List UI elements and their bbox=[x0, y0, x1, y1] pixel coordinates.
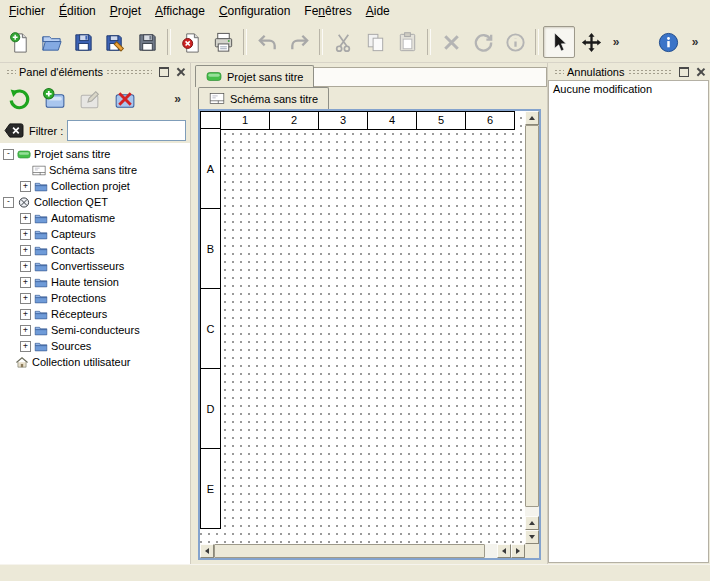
filter-label: Filtrer : bbox=[29, 125, 63, 137]
tree-item-collection-utilisateur[interactable]: Collection utilisateur bbox=[0, 354, 190, 370]
menu-affichage[interactable]: Affichage bbox=[148, 0, 212, 22]
reload-button[interactable] bbox=[5, 85, 33, 113]
expand-icon[interactable]: + bbox=[20, 181, 31, 192]
tree-item-collection-qet[interactable]: -Collection QET bbox=[0, 194, 190, 210]
filter-input[interactable] bbox=[67, 120, 186, 141]
toolbar-overflow-button[interactable]: » bbox=[686, 26, 704, 58]
project-icon bbox=[206, 70, 222, 83]
horizontal-scroll-track[interactable] bbox=[214, 544, 497, 558]
elements-panel-titlebar[interactable]: Panel d'éléments bbox=[0, 63, 190, 80]
tree-item-capteurs[interactable]: +Capteurs bbox=[0, 226, 190, 242]
undo-list[interactable]: Aucune modification bbox=[548, 80, 709, 563]
tree-item-contacts[interactable]: +Contacts bbox=[0, 242, 190, 258]
new-element-button[interactable] bbox=[40, 85, 68, 113]
move-tool-button[interactable] bbox=[575, 26, 607, 58]
tree-item-collection-projet[interactable]: +Collection projet bbox=[0, 178, 190, 194]
expand-icon[interactable]: + bbox=[20, 245, 31, 256]
tree-item-automatisme[interactable]: +Automatisme bbox=[0, 210, 190, 226]
expand-icon[interactable]: + bbox=[20, 309, 31, 320]
column-header-5: 5 bbox=[416, 111, 466, 130]
undo-panel-close-button[interactable] bbox=[693, 65, 707, 79]
menu-edition[interactable]: Édition bbox=[52, 0, 103, 22]
expand-icon[interactable]: + bbox=[20, 261, 31, 272]
elements-panel-close-button[interactable] bbox=[173, 65, 187, 79]
collapse-icon[interactable]: - bbox=[3, 197, 14, 208]
folder-icon bbox=[34, 308, 48, 321]
expand-icon[interactable]: + bbox=[20, 277, 31, 288]
scroll-left-button-right[interactable] bbox=[497, 544, 511, 558]
menu-configuration[interactable]: Configuration bbox=[212, 0, 297, 22]
float-icon bbox=[679, 67, 689, 77]
delete-icon bbox=[440, 31, 463, 54]
tree-item-semi-conducteurs[interactable]: +Semi-conducteurs bbox=[0, 322, 190, 338]
elements-panel-float-button[interactable] bbox=[157, 65, 171, 79]
undo-panel-float-button[interactable] bbox=[677, 65, 691, 79]
expand-icon[interactable]: + bbox=[20, 341, 31, 352]
column-header-2: 2 bbox=[269, 111, 319, 130]
rotate-icon bbox=[472, 31, 495, 54]
tree-item-projet-sans-titre[interactable]: -Projet sans titre bbox=[0, 146, 190, 162]
tree-item-label: Sources bbox=[51, 340, 91, 352]
menu-fichier[interactable]: Fichier bbox=[2, 0, 52, 22]
collapse-icon[interactable]: - bbox=[3, 149, 14, 160]
expand-icon[interactable]: + bbox=[20, 293, 31, 304]
scroll-down-button[interactable] bbox=[525, 530, 539, 544]
delete-element-button[interactable] bbox=[110, 85, 138, 113]
tree-item-convertisseurs[interactable]: +Convertisseurs bbox=[0, 258, 190, 274]
tab-schema[interactable]: Schéma sans titre bbox=[198, 87, 329, 109]
open-file-button[interactable] bbox=[35, 26, 67, 58]
tree-item-schema-sans-titre[interactable]: Schéma sans titre bbox=[0, 162, 190, 178]
tree-item-sources[interactable]: +Sources bbox=[0, 338, 190, 354]
elements-panel: Panel d'éléments » Filtrer : -Projet san… bbox=[0, 63, 191, 564]
tree-item-protections[interactable]: +Protections bbox=[0, 290, 190, 306]
column-header-4: 4 bbox=[367, 111, 417, 130]
select-arrow-button[interactable] bbox=[543, 26, 575, 58]
elements-toolbar: » bbox=[0, 80, 190, 118]
vertical-scrollbar[interactable] bbox=[525, 111, 539, 544]
scroll-up-button-bottom[interactable] bbox=[525, 516, 539, 530]
menu-fenetres[interactable]: Fenêtres bbox=[297, 0, 358, 22]
save-icon bbox=[72, 31, 95, 54]
schema-view[interactable]: 123456 ABCDE bbox=[198, 109, 541, 560]
undo-panel-titlebar[interactable]: Annulations bbox=[548, 63, 710, 80]
close-file-button[interactable] bbox=[175, 26, 207, 58]
reload-icon bbox=[7, 87, 32, 112]
expand-icon[interactable]: + bbox=[20, 325, 31, 336]
rotate-button bbox=[467, 26, 499, 58]
scroll-left-button[interactable] bbox=[200, 544, 214, 558]
menu-aide[interactable]: Aide bbox=[359, 0, 397, 22]
scroll-up-button[interactable] bbox=[525, 111, 539, 125]
schema-canvas[interactable]: 123456 ABCDE bbox=[200, 111, 525, 544]
expand-icon[interactable]: + bbox=[20, 213, 31, 224]
vertical-scroll-track[interactable] bbox=[525, 125, 539, 516]
toolbar-separator bbox=[427, 29, 431, 55]
save-all-button[interactable] bbox=[131, 26, 163, 58]
tree-item-haute-tension[interactable]: +Haute tension bbox=[0, 274, 190, 290]
row-header-e: E bbox=[200, 448, 221, 529]
project-icon bbox=[17, 148, 31, 161]
filter-clear-button[interactable] bbox=[4, 122, 25, 139]
tab-project[interactable]: Projet sans titre bbox=[195, 65, 314, 87]
expand-icon[interactable]: + bbox=[20, 229, 31, 240]
redo-icon bbox=[288, 31, 311, 54]
toolbar-separator bbox=[319, 29, 323, 55]
horizontal-scroll-thumb[interactable] bbox=[214, 544, 485, 558]
delete-element-icon bbox=[112, 87, 137, 112]
elements-toolbar-overflow-button[interactable]: » bbox=[174, 92, 185, 106]
center-area: Projet sans titre Schéma sans titre 1234… bbox=[191, 63, 547, 564]
save-as-button[interactable] bbox=[99, 26, 131, 58]
save-button[interactable] bbox=[67, 26, 99, 58]
toolbar-overflow-button[interactable]: » bbox=[607, 26, 625, 58]
tree-item-label: Contacts bbox=[51, 244, 94, 256]
print-button[interactable] bbox=[207, 26, 239, 58]
scroll-right-button[interactable] bbox=[511, 544, 525, 558]
help-info-button[interactable] bbox=[652, 26, 684, 58]
menu-projet[interactable]: Projet bbox=[103, 0, 148, 22]
elements-tree: -Projet sans titreSchéma sans titre+Coll… bbox=[0, 143, 190, 564]
horizontal-scrollbar[interactable] bbox=[200, 544, 525, 558]
dock-grip bbox=[6, 69, 16, 75]
tree-item-recepteurs[interactable]: +Récepteurs bbox=[0, 306, 190, 322]
row-header-a: A bbox=[200, 128, 221, 209]
vertical-scroll-thumb[interactable] bbox=[525, 125, 539, 507]
new-file-button[interactable] bbox=[3, 26, 35, 58]
